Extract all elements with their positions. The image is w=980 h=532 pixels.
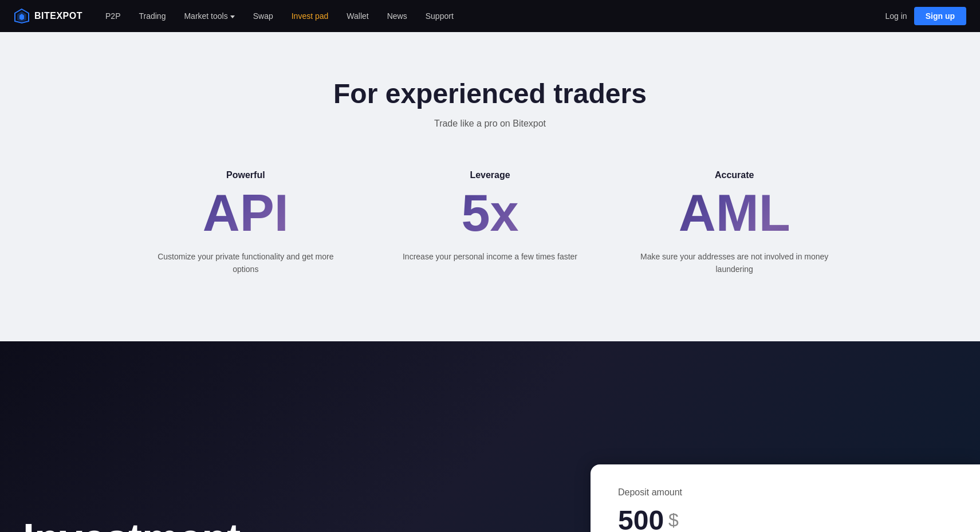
features-grid: Powerful API Customize your private func… [147,170,834,276]
feature-leverage-value: 5x [391,187,589,239]
feature-leverage-desc: Increase your personal income a few time… [391,250,589,263]
dark-section: Investment Deposit amount 500 $ [0,341,980,532]
page-subtitle: Trade like a pro on Bitexpot [23,119,957,129]
investment-heading: Investment [23,518,241,532]
feature-aml: Accurate AML Make sure your addresses ar… [635,170,834,276]
feature-leverage: Leverage 5x Increase your personal incom… [391,170,589,276]
feature-aml-value: AML [635,187,834,239]
deposit-amount-row: 500 $ [618,505,953,532]
feature-api-value: API [147,187,345,239]
feature-api-label: Powerful [147,170,345,180]
logo-text: BITEXPOT [34,11,82,21]
logo-icon [14,8,30,24]
nav-links: P2P Trading Market tools Swap Invest pad… [105,11,885,21]
feature-aml-desc: Make sure your addresses are not involve… [635,250,834,276]
logo[interactable]: BITEXPOT [14,8,82,24]
deposit-currency: $ [668,510,679,531]
nav-invest-pad[interactable]: Invest pad [292,11,329,21]
feature-api-desc: Customize your private functionality and… [147,250,345,276]
deposit-amount: 500 [618,505,664,532]
nav-support[interactable]: Support [426,11,454,21]
signup-button[interactable]: Sign up [914,7,966,25]
nav-news[interactable]: News [387,11,407,21]
main-section: For experienced traders Trade like a pro… [0,32,980,341]
login-button[interactable]: Log in [885,11,907,21]
deposit-label: Deposit amount [618,487,953,498]
feature-aml-label: Accurate [635,170,834,180]
nav-p2p[interactable]: P2P [105,11,120,21]
feature-api: Powerful API Customize your private func… [147,170,345,276]
nav-auth: Log in Sign up [885,7,966,25]
deposit-card: Deposit amount 500 $ [591,464,980,532]
nav-market-tools[interactable]: Market tools [184,11,234,21]
navbar: BITEXPOT P2P Trading Market tools Swap I… [0,0,980,32]
nav-wallet[interactable]: Wallet [347,11,368,21]
feature-leverage-label: Leverage [391,170,589,180]
chevron-down-icon [230,15,235,18]
nav-trading[interactable]: Trading [139,11,166,21]
nav-swap[interactable]: Swap [253,11,273,21]
page-title: For experienced traders [23,78,957,109]
